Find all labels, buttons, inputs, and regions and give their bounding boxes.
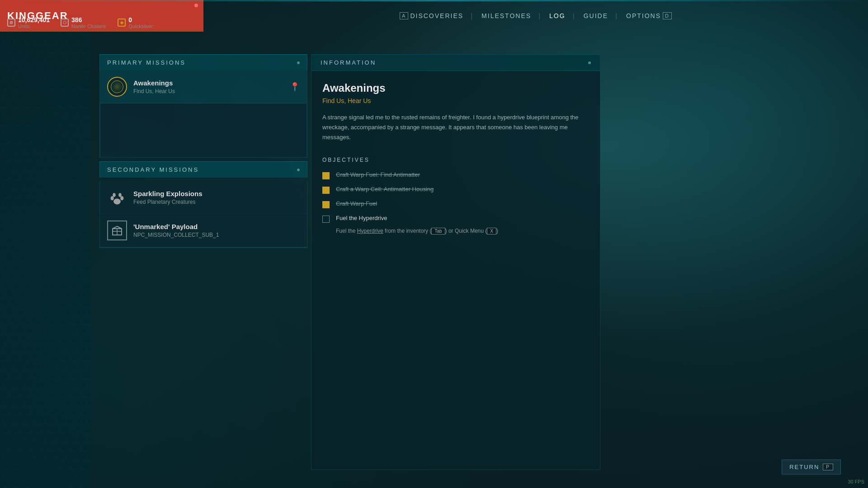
awakenings-icon-inner <box>111 80 123 93</box>
nav-discoveries[interactable]: A DISCOVERIES <box>391 0 472 32</box>
info-description: A strange signal led me to the rusted re… <box>322 113 589 142</box>
objective-3: Craft Warp Fuel <box>322 200 589 208</box>
mission-awakenings[interactable]: Awakenings Find Us, Hear Us 📍 <box>100 70 307 103</box>
top-accent-line <box>0 0 868 1</box>
notification-dot <box>194 4 198 7</box>
svg-point-2 <box>120 196 123 200</box>
nanite-label: Nanite Clusters: <box>71 23 107 29</box>
quicksilver-value: 0 <box>128 16 154 23</box>
obj2-text: Craft a Warp Cell: Antimatter Housing <box>336 186 589 192</box>
awakenings-icon <box>107 77 127 97</box>
paw-svg <box>109 189 125 206</box>
obj4-sub-mid2: ) or Quick Menu ( <box>445 228 487 234</box>
unmarked-text: 'Unmarked' Payload NPC_MISSION_COLLECT_S… <box>133 223 300 238</box>
secondary-filler <box>100 247 307 248</box>
nav-key-discoveries: A <box>400 12 408 19</box>
nav-key-options: D <box>663 12 672 19</box>
top-bar: KingGEAR ⊞ 10,629,401 Units: ⬡ 386 Nanit… <box>0 0 868 32</box>
unmarked-name: 'Unmarked' Payload <box>133 223 300 230</box>
awakenings-text: Awakenings Find Us, Hear Us <box>133 79 283 94</box>
hex-decoration <box>0 0 90 488</box>
information-panel: INFORMATION Awakenings Find Us, Hear Us … <box>311 54 600 470</box>
awakenings-subtitle: Find Us, Hear Us <box>133 88 283 94</box>
obj4-sub-mid1: from the inventory ( <box>383 228 432 234</box>
mission-unmarked-payload[interactable]: 'Unmarked' Payload NPC_MISSION_COLLECT_S… <box>100 214 307 247</box>
secondary-missions-header: SECONDARY MISSIONS <box>99 161 307 178</box>
nanite-icon: ⬡ <box>61 19 69 27</box>
quicksilver-currency: ◈ 0 Quicksilver: <box>118 16 154 29</box>
primary-missions-list: Awakenings Find Us, Hear Us 📍 <box>99 70 307 158</box>
secondary-section-dot <box>297 169 300 171</box>
obj4-sub-prefix: Fuel the <box>336 228 357 234</box>
info-mission-subtitle: Find Us, Hear Us <box>322 97 589 104</box>
info-mission-name: Awakenings <box>322 82 589 94</box>
obj1-checkbox <box>322 172 330 179</box>
player-info-panel: KingGEAR ⊞ 10,629,401 Units: ⬡ 386 Nanit… <box>0 0 203 32</box>
info-content: Awakenings Find Us, Hear Us A strange si… <box>311 71 600 469</box>
objective-2: Craft a Warp Cell: Antimatter Housing <box>322 186 589 194</box>
missions-panel: PRIMARY MISSIONS Awakenings Find Us, Hea… <box>99 54 307 470</box>
main-content: PRIMARY MISSIONS Awakenings Find Us, Hea… <box>99 54 868 470</box>
mission-sparkling-explosions[interactable]: Sparkling Explosions Feed Planetary Crea… <box>100 181 307 214</box>
return-label: RETURN <box>789 464 819 470</box>
x-key-badge: X <box>487 228 496 235</box>
nav-log[interactable]: LOG <box>540 0 575 32</box>
return-key-badge: P <box>823 464 833 470</box>
secondary-missions-title: SECONDARY MISSIONS <box>107 166 199 173</box>
tab-key-badge: Tab <box>431 228 445 235</box>
currency-row: ⊞ 10,629,401 Units: ⬡ 386 Nanite Cluster… <box>7 16 154 29</box>
obj4-checkbox <box>322 216 330 223</box>
nanite-currency: ⬡ 386 Nanite Clusters: <box>61 16 107 29</box>
units-label: Units: <box>18 23 50 29</box>
nav-milestones[interactable]: MILESTONES <box>472 0 540 32</box>
obj4-hyperdrive-word: Hyperdrive <box>357 228 383 234</box>
quicksilver-icon: ◈ <box>118 19 126 27</box>
sparkling-text: Sparkling Explosions Feed Planetary Crea… <box>133 190 300 205</box>
obj2-checkbox <box>322 187 330 194</box>
sparkling-subtitle: Feed Planetary Creatures <box>133 199 300 205</box>
units-value: 10,629,401 <box>18 16 50 23</box>
primary-missions-title: PRIMARY MISSIONS <box>107 59 186 66</box>
unmarked-subtitle: NPC_MISSION_COLLECT_SUB_1 <box>133 232 300 238</box>
info-title: INFORMATION <box>321 59 376 66</box>
quicksilver-label: Quicksilver: <box>128 23 154 29</box>
info-section-dot <box>588 61 591 64</box>
sparkling-name: Sparkling Explosions <box>133 190 300 197</box>
info-header: INFORMATION <box>311 55 600 71</box>
nav-guide[interactable]: GUIDE <box>575 0 617 32</box>
objectives-header: OBJECTIVES <box>322 157 589 163</box>
objective-4: Fuel the Hyperdrive Fuel the Hyperdrive … <box>322 215 589 235</box>
box-svg <box>111 224 123 237</box>
units-currency: ⊞ 10,629,401 Units: <box>7 16 50 29</box>
svg-point-4 <box>118 193 121 197</box>
svg-point-0 <box>113 199 121 205</box>
obj4-text: Fuel the Hyperdrive <box>336 215 387 221</box>
nanite-value: 386 <box>71 16 107 23</box>
svg-point-3 <box>113 193 115 197</box>
paw-icon <box>107 188 127 207</box>
navigation-menu: A DISCOVERIES MILESTONES LOG GUIDE OPTIO… <box>203 0 868 32</box>
svg-point-1 <box>111 196 114 200</box>
primary-missions-header: PRIMARY MISSIONS <box>99 54 307 70</box>
obj3-text: Craft Warp Fuel <box>336 200 589 207</box>
obj4-sub-end: ) <box>496 228 498 234</box>
secondary-missions-list: Sparkling Explosions Feed Planetary Crea… <box>99 181 307 248</box>
obj3-checkbox <box>322 201 330 208</box>
mission-pin-icon: 📍 <box>290 82 300 92</box>
objective-1: Craft Warp Fuel: Find Antimatter <box>322 171 589 179</box>
return-button[interactable]: RETURN P <box>782 460 841 474</box>
secondary-section: SECONDARY MISSIONS Spa <box>99 161 307 248</box>
primary-filler <box>100 103 307 158</box>
obj1-text: Craft Warp Fuel: Find Antimatter <box>336 171 589 178</box>
awakenings-name: Awakenings <box>133 79 283 87</box>
fps-counter: 30 FPS <box>848 479 864 484</box>
units-icon: ⊞ <box>7 19 15 27</box>
obj4-subtext: Fuel the Hyperdrive from the inventory (… <box>336 228 498 235</box>
primary-section-dot <box>297 61 300 64</box>
box-icon <box>107 221 127 240</box>
nav-options[interactable]: OPTIONS D <box>617 0 681 32</box>
